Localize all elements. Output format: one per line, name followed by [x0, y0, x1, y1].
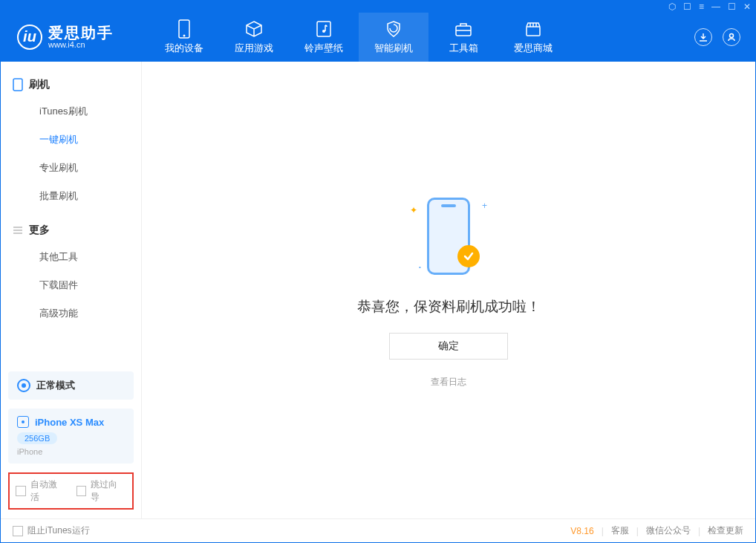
minimize-icon[interactable]: — [711, 2, 720, 11]
app-url: www.i4.cn [48, 40, 114, 49]
nav-smart-flash[interactable]: 智能刷机 [359, 13, 428, 62]
svg-rect-5 [527, 27, 540, 36]
svg-rect-2 [317, 22, 330, 36]
nav-toolbox[interactable]: 工具箱 [428, 13, 498, 62]
nav-store[interactable]: 爱思商城 [498, 13, 568, 62]
menu-icon[interactable]: ≡ [699, 2, 704, 11]
ok-button[interactable]: 确定 [389, 333, 508, 360]
mode-icon [17, 379, 30, 392]
nav-my-device[interactable]: 我的设备 [149, 13, 219, 62]
checkbox-icon [76, 486, 87, 496]
app-name: 爱思助手 [48, 25, 114, 40]
sidebar-item-batch-flash[interactable]: 批量刷机 [1, 182, 141, 210]
feedback-icon[interactable]: ☐ [683, 2, 691, 11]
footer-link-update[interactable]: 检查更新 [708, 524, 743, 537]
close-icon[interactable]: ✕ [743, 2, 751, 11]
block-itunes-checkbox[interactable]: 阻止iTunes运行 [13, 524, 90, 537]
sparkle-icon: ✦ [410, 205, 417, 215]
footer: 阻止iTunes运行 V8.16 | 客服 | 微信公众号 | 检查更新 [1, 518, 755, 542]
cube-icon [244, 19, 264, 39]
options-highlight: 自动激活 跳过向导 [8, 472, 134, 510]
sidebar-item-other-tools[interactable]: 其他工具 [1, 243, 141, 271]
list-icon [13, 225, 23, 235]
phone-icon [13, 78, 23, 91]
sidebar-item-pro-flash[interactable]: 专业刷机 [1, 154, 141, 182]
nav-ringtones[interactable]: 铃声壁纸 [289, 13, 359, 62]
shield-icon [384, 19, 403, 39]
checkbox-icon [16, 486, 26, 496]
footer-link-wechat[interactable]: 微信公众号 [646, 524, 691, 537]
store-icon [524, 19, 543, 39]
device-small-icon [17, 416, 29, 428]
capacity-badge: 256GB [17, 432, 57, 444]
logo-icon: iu [17, 25, 42, 50]
download-button[interactable] [694, 28, 712, 46]
success-illustration: ✦ + • [397, 192, 501, 281]
app-logo: iu 爱思助手 www.i4.cn [1, 13, 149, 62]
checkbox-icon [13, 526, 23, 536]
device-icon [175, 19, 194, 39]
svg-point-6 [730, 34, 734, 38]
main-nav: 我的设备 应用游戏 铃声壁纸 智能刷机 工具箱 爱思商城 [149, 13, 568, 62]
svg-rect-7 [13, 79, 22, 91]
view-log-link[interactable]: 查看日志 [431, 376, 466, 388]
toolbox-icon [454, 19, 473, 39]
check-badge-icon [457, 245, 480, 267]
svg-point-1 [183, 35, 186, 37]
success-message: 恭喜您，保资料刷机成功啦！ [357, 297, 541, 316]
device-card[interactable]: iPhone XS Max 256GB iPhone [8, 409, 134, 464]
header: iu 爱思助手 www.i4.cn 我的设备 应用游戏 铃声壁纸 智能刷机 [1, 13, 755, 62]
main-content: ✦ + • 恭喜您，保资料刷机成功啦！ 确定 查看日志 [142, 62, 755, 518]
maximize-icon[interactable]: ☐ [728, 2, 736, 11]
account-button[interactable] [723, 28, 740, 46]
sidebar-section-more: 更多 [1, 218, 141, 243]
svg-point-3 [322, 30, 325, 33]
sidebar-item-download-firmware[interactable]: 下载固件 [1, 271, 141, 299]
footer-link-support[interactable]: 客服 [611, 524, 629, 537]
sidebar-item-itunes-flash[interactable]: iTunes刷机 [1, 97, 141, 126]
sparkle-icon: • [419, 264, 421, 270]
device-mode-card[interactable]: 正常模式 [8, 371, 134, 400]
nav-apps-games[interactable]: 应用游戏 [219, 13, 289, 62]
shirt-icon[interactable]: ⬡ [668, 2, 676, 11]
sparkle-icon: + [482, 201, 487, 211]
auto-activate-checkbox[interactable]: 自动激活 [16, 478, 66, 504]
sidebar: 刷机 iTunes刷机 一键刷机 专业刷机 批量刷机 更多 其他工具 下载固件 … [1, 62, 142, 518]
sidebar-item-advanced[interactable]: 高级功能 [1, 299, 141, 328]
version-label: V8.16 [570, 526, 593, 536]
sidebar-section-flash: 刷机 [1, 72, 141, 97]
music-icon [314, 19, 333, 39]
skip-guide-checkbox[interactable]: 跳过向导 [76, 478, 127, 504]
sidebar-item-oneclick-flash[interactable]: 一键刷机 [1, 126, 141, 154]
titlebar: ⬡ ☐ ≡ — ☐ ✕ [1, 1, 755, 13]
